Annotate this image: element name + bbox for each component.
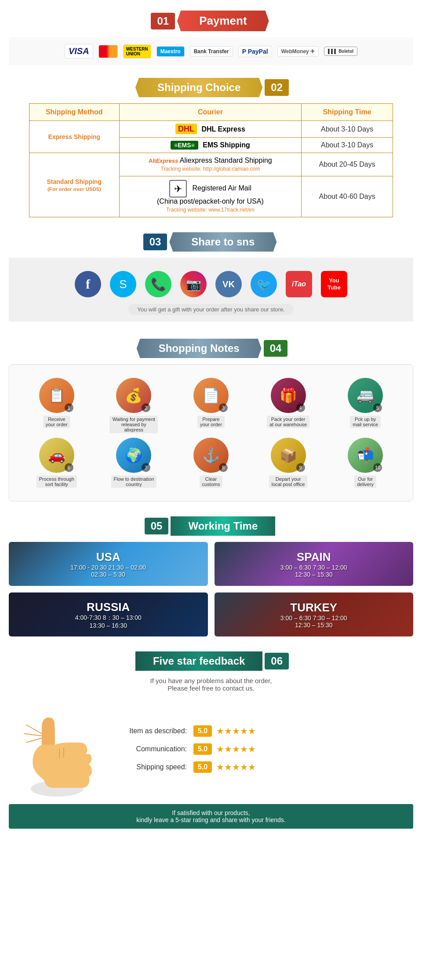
paypal-icon: P PayPal xyxy=(238,46,272,57)
dhl-time: About 3-10 Days xyxy=(302,121,393,138)
airmail-courier: ✈ Registered Air Mail(China post/epacket… xyxy=(119,176,302,217)
col-courier: Courier xyxy=(119,104,302,121)
step-2-label: Waiting for paymentreleased by alixpress xyxy=(109,416,158,433)
feedback-footer-line1: If satisfied with our products, xyxy=(172,809,250,816)
twitter-icon[interactable]: 🐦 xyxy=(251,271,277,297)
airmail-tracking: Tracking website: www.17track.net/en xyxy=(166,207,255,213)
shipping-section: Shipping Choice 02 Shipping Method Couri… xyxy=(0,69,422,224)
ratings-container: Item as described: 5.0 ★★★★★ Communicati… xyxy=(106,719,413,779)
youtube-icon[interactable]: YouTube xyxy=(321,271,347,297)
russia-time-card: RUSSIA 4:00-7:30 8：30 – 13:0013:30 – 16:… xyxy=(9,592,208,636)
step-3-num: 3 xyxy=(219,403,228,412)
vk-icon[interactable]: VK xyxy=(215,271,242,297)
step-8-label: Clearcustoms xyxy=(200,475,223,488)
step-4-circle: 🎁 4 xyxy=(271,378,306,413)
rating-score-1: 5.0 xyxy=(193,725,212,737)
turkey-country: TURKEY xyxy=(280,601,347,614)
steps-row-1: 📋 1 Receiveyour order 💰 2 Waiting for pa… xyxy=(18,378,404,433)
mastercard-icon xyxy=(98,45,118,58)
shopping-notes-title: Shopping Notes xyxy=(137,339,262,358)
step-5: 🚐 5 Pck up bymail service xyxy=(341,378,389,433)
ems-logo: ≡EMS≡ xyxy=(171,141,198,150)
step-8: ⚓ 8 Clearcustoms xyxy=(187,438,235,488)
step-3: 📄 3 Prepareyour order xyxy=(187,378,235,433)
usa-country: USA xyxy=(70,550,146,564)
facebook-icon[interactable]: f xyxy=(75,271,101,297)
working-time-num: 05 xyxy=(145,518,169,534)
step-1-label: Receiveyour order xyxy=(43,416,70,428)
step-9: 📦 9 Depart yourlocal post office xyxy=(264,438,313,488)
payment-title: Payment xyxy=(177,11,269,31)
table-row: Express Shipping DHL DHL Express About 3… xyxy=(29,121,393,138)
thumbs-up-svg xyxy=(18,701,97,797)
payment-num: 01 xyxy=(151,13,175,29)
rating-stars-1: ★★★★★ xyxy=(216,726,256,736)
feedback-intro-line2: Please feel free to contact us. xyxy=(167,684,255,692)
payment-section: 01 Payment VISA WESTERNUNION Maestro Ban… xyxy=(0,0,422,69)
steps-row-2: 🚗 6 Process throughsort facility 🌍 7 Flo… xyxy=(18,438,404,488)
rating-label-2: Communication: xyxy=(114,745,193,753)
feedback-header: Five star feedback 06 xyxy=(9,651,413,671)
step-6-label: Process throughsort facility xyxy=(36,475,77,488)
feedback-intro-line1: If you have any problems about the order… xyxy=(150,677,272,684)
feedback-num: 06 xyxy=(265,653,289,669)
step-3-circle: 📄 3 xyxy=(193,378,229,413)
step-10-label: Our fordelivery xyxy=(354,475,376,488)
step-4-num: 4 xyxy=(296,403,305,412)
maestro-icon: Maestro xyxy=(156,46,185,57)
sns-icons-row: f S 📞 📷 VK 🐦 iTao YouTube xyxy=(15,264,407,304)
feedback-title: Five star feedback xyxy=(135,651,262,671)
dhl-courier: DHL DHL Express xyxy=(119,121,302,138)
rating-label-3: Shipping speed: xyxy=(114,763,193,771)
rating-row-1: Item as described: 5.0 ★★★★★ xyxy=(114,725,413,737)
step-9-label: Depart yourlocal post office xyxy=(269,475,308,488)
russia-content: RUSSIA 4:00-7:30 8：30 – 13:0013:30 – 16:… xyxy=(75,600,142,629)
aliexpress-tracking: Tracking website: http://global.cainiao.… xyxy=(161,166,260,172)
rating-label-1: Item as described: xyxy=(114,727,193,735)
feedback-content: Item as described: 5.0 ★★★★★ Communicati… xyxy=(9,701,413,797)
step-6-circle: 🚗 6 xyxy=(39,438,74,473)
step-4: 🎁 4 Pack your orderat our warehouse xyxy=(264,378,313,433)
working-time-section: 05 Working Time USA 17:00 - 20:30 21:30 … xyxy=(0,506,422,641)
rating-row-2: Communication: 5.0 ★★★★★ xyxy=(114,743,413,755)
visa-icon: VISA xyxy=(65,44,93,59)
step-5-num: 5 xyxy=(373,403,382,412)
aliexpress-name: Aliexpress Standard Shipping xyxy=(180,157,272,164)
step-5-label: Pck up bymail service xyxy=(350,416,381,428)
time-grid: USA 17:00 - 20:30 21:30 – 02:0002:30 – 5… xyxy=(9,542,413,636)
payment-header: 01 Payment xyxy=(9,11,413,31)
step-2-circle: 💰 2 xyxy=(116,378,151,413)
itao-icon[interactable]: iTao xyxy=(286,271,312,297)
aliexpress-time: About 20-45 Days xyxy=(302,153,393,176)
shopping-notes-header: Shopping Notes 04 xyxy=(9,339,413,358)
shipping-num: 02 xyxy=(265,79,289,96)
express-method: Express Shipping xyxy=(29,121,120,153)
sns-icons-wrapper: f S 📞 📷 VK 🐦 iTao YouTube You will get a… xyxy=(9,258,413,322)
step-7-label: Flow to destinationcountry xyxy=(111,475,157,488)
russia-hours: 4:00-7:30 8：30 – 13:0013:30 – 16:30 xyxy=(75,614,142,629)
airmail-logo: ✈ xyxy=(169,180,187,197)
step-10-circle: 📬 10 xyxy=(348,438,383,473)
instagram-icon[interactable]: 📷 xyxy=(180,271,207,297)
spain-country: SPAIN xyxy=(280,550,347,564)
sns-section: 03 Share to sns f S 📞 📷 VK 🐦 iTao YouTub… xyxy=(0,224,422,328)
step-2-num: 2 xyxy=(142,403,150,412)
col-method: Shipping Method xyxy=(29,104,120,121)
webmoney-icon: WebMoney ✈ xyxy=(277,46,319,57)
step-9-num: 9 xyxy=(296,463,305,472)
spain-content: SPAIN 3:00 – 6:30 7:30 – 12:0012:30 – 15… xyxy=(280,550,347,578)
feedback-footer-line2: kindly leave a 5-star rating and share w… xyxy=(136,816,285,823)
step-7-circle: 🌍 7 xyxy=(116,438,151,473)
dhl-logo: DHL xyxy=(175,124,197,134)
rating-score-3: 5.0 xyxy=(193,761,212,773)
skype-icon[interactable]: S xyxy=(110,271,136,297)
steps-container: 📋 1 Receiveyour order 💰 2 Waiting for pa… xyxy=(9,364,413,501)
aliexpress-logo: AliExpress xyxy=(149,157,178,164)
spain-hours: 3:00 – 6:30 7:30 – 12:0012:30 – 15:30 xyxy=(280,564,347,578)
whatsapp-icon[interactable]: 📞 xyxy=(145,271,171,297)
rating-score-2: 5.0 xyxy=(193,743,212,755)
shipping-header: Shipping Choice 02 xyxy=(9,78,413,97)
aliexpress-courier: AliExpress Aliexpress Standard Shipping … xyxy=(119,153,302,176)
airmail-time: About 40-60 Days xyxy=(302,176,393,217)
step-6-num: 6 xyxy=(65,463,73,472)
